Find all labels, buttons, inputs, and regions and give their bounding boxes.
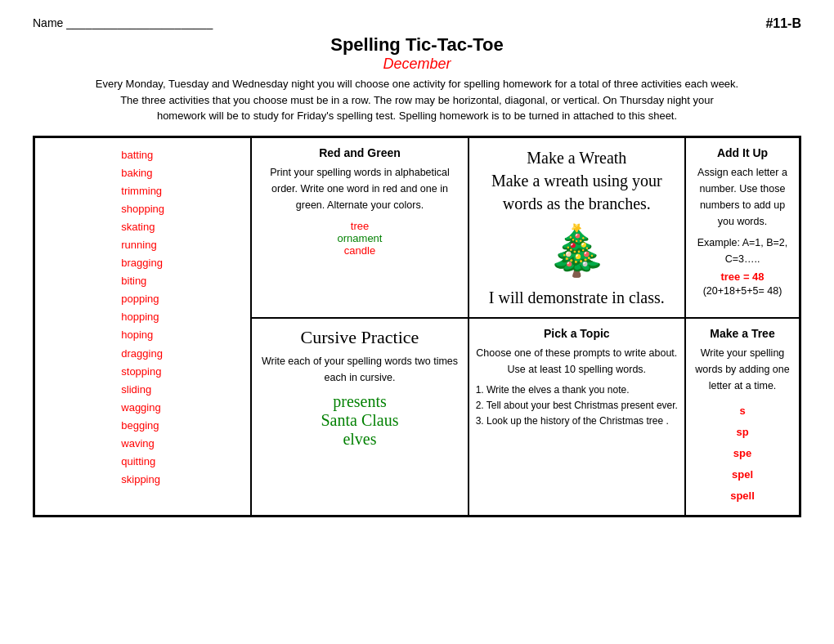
cursive-practice-cell: Cursive Practice Write each of your spel…	[251, 318, 468, 516]
sidebar-word-5: running	[121, 236, 164, 254]
pick-topic-item-0: 1. Write the elves a thank you note.	[476, 382, 678, 398]
instructions: Every Monday, Tuesday and Wednesday nigh…	[33, 76, 801, 124]
red-green-title: Red and Green	[258, 146, 460, 159]
red-green-cell: Red and Green Print your spelling words …	[251, 137, 468, 318]
red-green-word-2: ornament	[258, 232, 460, 244]
wreath-title: Make a Wreath	[476, 146, 678, 169]
tree-letter-4: spell	[693, 485, 792, 507]
pick-topic-item-1: 2. Tell about your best Christmas presen…	[476, 398, 678, 414]
number-label: #11-B	[765, 16, 801, 31]
sidebar-word-7: biting	[121, 272, 164, 290]
sidebar-word-12: stopping	[121, 363, 164, 381]
add-it-up-body: Assign each letter a number. Use those n…	[693, 164, 792, 230]
tree-letter-0: s	[693, 400, 792, 422]
cursive-word-2: Santa Claus	[258, 411, 460, 430]
cursive-title: Cursive Practice	[258, 327, 460, 348]
name-line: Name _______________________	[33, 16, 213, 29]
tree-letter-2: spe	[693, 443, 792, 464]
add-it-up-title: Add It Up	[693, 146, 792, 159]
pick-topic-item-2: 3. Look up the history of the Christmas …	[476, 414, 678, 429]
make-tree-body: Write your spelling words by adding one …	[693, 345, 792, 394]
pick-topic-cell: Pick a Topic Choose one of these prompts…	[469, 318, 685, 516]
wreath-body: Make a wreath using your words as the br…	[476, 169, 678, 215]
pick-topic-list: 1. Write the elves a thank you note.2. T…	[476, 382, 678, 430]
make-wreath-cell: Make a Wreath Make a wreath using your w…	[469, 137, 685, 318]
add-it-up-cell: Add It Up Assign each letter a number. U…	[685, 137, 800, 318]
sidebar-word-1: baking	[121, 164, 164, 182]
make-tree-cell: Make a Tree Write your spelling words by…	[685, 318, 800, 516]
sidebar-word-15: begging	[121, 417, 164, 435]
sidebar-word-18: skipping	[121, 471, 164, 489]
red-green-word-3: candle	[258, 244, 460, 257]
wreath-icon: 🎄	[476, 221, 678, 280]
tree-letter-1: sp	[693, 422, 792, 443]
main-title: Spelling Tic-Tac-Toe	[33, 34, 801, 56]
red-green-word-1: tree	[258, 220, 460, 232]
add-it-up-calc: (20+18+5+5= 48)	[693, 283, 792, 299]
sidebar-word-8: popping	[121, 290, 164, 308]
make-tree-title: Make a Tree	[693, 327, 792, 340]
sidebar-word-10: hoping	[121, 326, 164, 344]
add-it-up-tree: tree = 48	[693, 271, 792, 283]
sidebar-word-3: shopping	[121, 200, 164, 218]
sidebar-word-13: sliding	[121, 381, 164, 399]
sidebar-word-14: wagging	[121, 399, 164, 417]
sidebar-word-17: quitting	[121, 453, 164, 471]
cursive-body: Write each of your spelling words two ti…	[258, 353, 460, 386]
sidebar-word-11: dragging	[121, 345, 164, 363]
tree-letter-3: spel	[693, 464, 792, 485]
sidebar-word-2: trimming	[121, 182, 164, 200]
activity-grid: Red and Green Print your spelling words …	[33, 136, 801, 517]
sidebar-word-4: skating	[121, 218, 164, 236]
red-green-body: Print your spelling words in alphabetica…	[258, 164, 460, 213]
cursive-word-3: elves	[258, 430, 460, 449]
sidebar-word-6: bragging	[121, 254, 164, 272]
sidebar-cell: battingbakingtrimmingshoppingskatingrunn…	[34, 137, 251, 516]
cursive-word-1: presents	[258, 392, 460, 411]
sidebar-word-9: hopping	[121, 308, 164, 326]
add-it-up-example: Example: A=1, B=2, C=3…..	[693, 235, 792, 267]
sidebar-word-16: waving	[121, 435, 164, 453]
subtitle: December	[33, 56, 801, 73]
wreath-demo: I will demonstrate in class.	[476, 286, 678, 309]
sidebar-words: battingbakingtrimmingshoppingskatingrunn…	[121, 146, 164, 490]
pick-topic-title: Pick a Topic	[476, 327, 678, 340]
pick-topic-intro: Choose one of these prompts to write abo…	[476, 345, 678, 378]
sidebar-word-0: batting	[121, 146, 164, 164]
make-tree-letters: sspspespelspell	[693, 400, 792, 507]
